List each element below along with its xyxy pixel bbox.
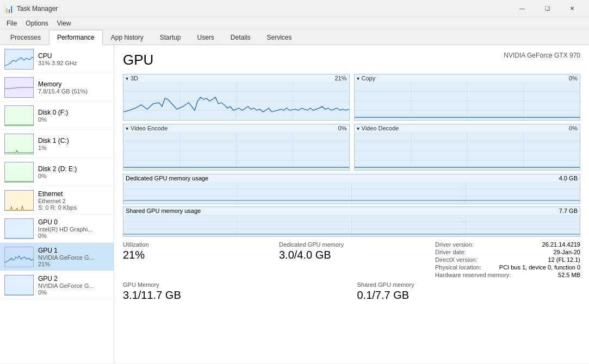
shared-memory-svg [123, 215, 580, 236]
disk0-sub: 0% [38, 116, 109, 123]
memory-info: Memory 7.8/15.4 GB (51%) [38, 80, 109, 95]
graph-copy-svg [355, 82, 580, 120]
gpu1-sub2: NVIDIA GeForce G... [38, 254, 109, 261]
dedicated-label: Dedicated GPU memory [279, 241, 424, 248]
svg-rect-3 [5, 134, 34, 154]
shared-memory-label: Shared GPU memory usage [126, 208, 201, 214]
gpu2-info: GPU 2 NVIDIA GeForce G... 0% [38, 275, 109, 296]
svg-rect-4 [5, 162, 34, 183]
sidebar-item-ethernet[interactable]: Ethernet Ethernet 2 S: 0 R: 0 Kbps [0, 186, 114, 215]
main-content: CPU 31% 3.92 GHz Memory 7.8/15.4 GB (51%… [0, 45, 589, 363]
sidebar-item-disk0[interactable]: Disk 0 (F:) 0% [0, 102, 114, 130]
shared-memory-value: 7.7 GB [559, 208, 578, 214]
bottom-stats: GPU Memory 3.1/11.7 GB Shared GPU memory… [123, 281, 580, 302]
sidebar-item-gpu0[interactable]: GPU 0 Intel(R) HD Graphi... 0% [0, 215, 114, 243]
gpu0-info: GPU 0 Intel(R) HD Graphi... 0% [38, 218, 109, 239]
ethernet-mini-graph [4, 190, 34, 211]
info-section: Utilization 21% Dedicated GPU memory 3.0… [123, 241, 580, 279]
driver-date-label: Driver date: [435, 249, 466, 255]
svg-rect-2 [5, 106, 34, 126]
shared-memory-stat-label: Shared GPU memory [357, 281, 581, 288]
gpu2-sub: 0% [38, 289, 109, 296]
utilization-label: Utilization [123, 241, 268, 248]
tab-users[interactable]: Users [189, 30, 222, 45]
driver-version-value: 26.21.14.4219 [542, 241, 580, 248]
info-utilization: Utilization 21% [123, 241, 268, 279]
window-title: Task Manager [17, 5, 58, 12]
svg-rect-8 [5, 275, 34, 296]
svg-rect-6 [5, 219, 34, 239]
gpu2-sub2: NVIDIA GeForce G... [38, 283, 109, 289]
sidebar-item-cpu[interactable]: CPU 31% 3.92 GHz [0, 45, 114, 73]
directx-row: DirectX version: 12 (FL 12.1) [435, 256, 580, 263]
title-bar: 📊 Task Manager — ❑ ✕ [0, 0, 589, 17]
graph-encode-svg [123, 132, 349, 170]
tab-performance[interactable]: Performance [49, 30, 103, 45]
gpu0-mini-graph [4, 218, 34, 239]
content-panel: GPU NVIDIA GeForce GTX 970 ▾ 3D 21% [114, 45, 589, 363]
graphs-row-1: ▾ 3D 21% [123, 74, 580, 121]
dedicated-memory-container: Dedicated GPU memory usage 4.0 GB [123, 174, 580, 204]
directx-label: DirectX version: [435, 256, 478, 263]
graph-decode-chevron: ▾ [357, 125, 359, 131]
dedicated-memory-label: Dedicated GPU memory usage [126, 175, 208, 181]
graph-copy-label: ▾ Copy 0% [355, 74, 580, 82]
svg-rect-7 [5, 247, 34, 267]
sidebar-item-gpu2[interactable]: GPU 2 NVIDIA GeForce G... 0% [0, 271, 114, 299]
directx-value: 12 (FL 12.1) [548, 256, 580, 263]
menu-options[interactable]: Options [21, 18, 52, 28]
disk1-mini-graph [4, 134, 34, 154]
hardware-value: 52.5 MB [558, 272, 580, 278]
hardware-label: Hardware reserved memory: [435, 272, 511, 278]
gpu1-mini-graph [4, 247, 34, 267]
graph-3d-svg [123, 82, 349, 120]
dedicated-value: 3.0/4.0 GB [279, 249, 424, 261]
graph-encode-pct: 0% [338, 125, 347, 131]
sidebar-item-memory[interactable]: Memory 7.8/15.4 GB (51%) [0, 73, 114, 102]
restore-button[interactable]: ❑ [535, 0, 560, 17]
gpu1-name: GPU 1 [38, 247, 109, 254]
shared-memory-label-row: Shared GPU memory usage 7.7 GB [123, 207, 580, 215]
cpu-name: CPU [38, 52, 109, 60]
tab-startup[interactable]: Startup [152, 30, 189, 45]
disk0-info: Disk 0 (F:) 0% [38, 109, 109, 123]
window-controls: — ❑ ✕ [510, 0, 585, 17]
sidebar-item-gpu1[interactable]: GPU 1 NVIDIA GeForce G... 21% [0, 243, 114, 271]
content-header: GPU NVIDIA GeForce GTX 970 [123, 52, 580, 68]
info-gpu-memory: GPU Memory 3.1/11.7 GB [123, 281, 346, 302]
sidebar-item-disk1[interactable]: Disk 1 (C:) 1% [0, 130, 114, 158]
gpu-name: NVIDIA GeForce GTX 970 [504, 52, 580, 59]
menu-bar: File Options View [0, 17, 589, 29]
disk2-name: Disk 2 (D: E:) [38, 165, 109, 173]
graph-3d-name: 3D [131, 75, 138, 81]
physical-label: Physical location: [435, 264, 481, 271]
ethernet-sub2: Ethernet 2 [38, 198, 109, 204]
shared-memory-container: Shared GPU memory usage 7.7 GB [123, 206, 580, 237]
graph-encode-chevron: ▾ [126, 125, 128, 131]
menu-view[interactable]: View [53, 18, 76, 28]
graph-3d-pct: 21% [334, 75, 346, 81]
cpu-sub: 31% 3.92 GHz [38, 60, 109, 66]
dedicated-memory-svg [123, 182, 580, 204]
driver-version-label: Driver version: [435, 241, 474, 248]
title-bar-left: 📊 Task Manager [4, 4, 58, 13]
tab-services[interactable]: Services [259, 30, 300, 45]
tab-processes[interactable]: Processes [2, 30, 49, 45]
graph-encode-label: ▾ Video Encode 0% [123, 124, 349, 132]
minimize-button[interactable]: — [510, 0, 535, 17]
shared-memory-stat-value: 0.1/7.7 GB [357, 289, 581, 302]
ethernet-info: Ethernet Ethernet 2 S: 0 R: 0 Kbps [38, 190, 109, 211]
close-button[interactable]: ✕ [560, 0, 585, 17]
tab-details[interactable]: Details [222, 30, 259, 45]
ethernet-sub: S: 0 R: 0 Kbps [38, 204, 109, 211]
tab-app-history[interactable]: App history [103, 30, 152, 45]
gpu0-name: GPU 0 [38, 218, 109, 226]
gpu1-sub: 21% [38, 261, 109, 267]
sidebar-item-disk2[interactable]: Disk 2 (D: E:) 0% [0, 158, 114, 186]
gpu0-sub2: Intel(R) HD Graphi... [38, 226, 109, 233]
sidebar: CPU 31% 3.92 GHz Memory 7.8/15.4 GB (51%… [0, 45, 114, 363]
cpu-info: CPU 31% 3.92 GHz [38, 52, 109, 66]
graph-3d-label: ▾ 3D 21% [123, 74, 349, 82]
menu-file[interactable]: File [2, 18, 21, 28]
memory-name: Memory [38, 80, 109, 88]
